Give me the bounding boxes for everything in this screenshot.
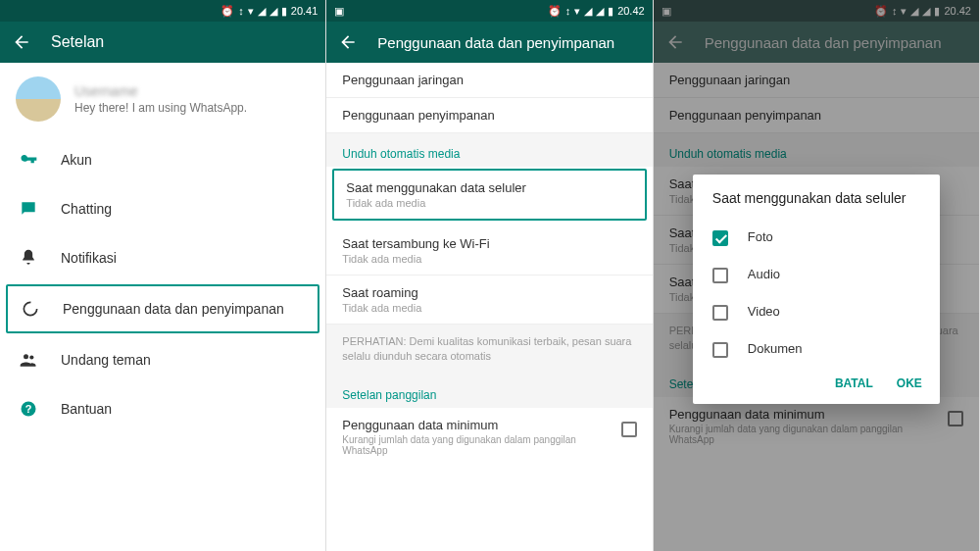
checkbox[interactable] [712, 230, 728, 246]
list-row[interactable]: Saat menggunakan data selulerTidak ada m… [332, 169, 646, 221]
option-label: Audio [748, 267, 780, 281]
row-sub: Tidak ada media [346, 197, 632, 209]
signal-icon: ◢ [584, 5, 592, 18]
svg-point-1 [24, 354, 28, 359]
dialog-option[interactable]: Dokumen [693, 329, 940, 367]
option-label: Dokumen [748, 341, 803, 356]
help-icon: ? [18, 398, 39, 420]
status-time: 20.41 [291, 5, 318, 17]
sync-icon: ↕ [565, 5, 571, 17]
avatar [16, 76, 61, 122]
appbar: Setelan [0, 22, 325, 63]
data-icon [20, 298, 41, 320]
settings-content: Username Hey there! I am using WhatsApp.… [0, 63, 325, 551]
row-sub: Tidak ada media [342, 302, 636, 314]
dialog-cancel-button[interactable]: BATAL [835, 376, 873, 390]
menu-item-chat[interactable]: Chatting [0, 184, 325, 233]
menu-item-friends[interactable]: Undang teman [0, 335, 325, 384]
signal-icon: ◢ [258, 5, 266, 18]
list-row[interactable]: Saat tersambung ke Wi-FiTidak ada media [326, 226, 652, 276]
menu-label: Notifikasi [61, 250, 117, 266]
menu-label: Bantuan [61, 401, 112, 417]
low-data-checkbox[interactable] [621, 422, 637, 437]
profile-name: Username [74, 83, 247, 99]
voice-note-warning: PERHATIAN: Demi kualitas komunikasi terb… [326, 325, 652, 375]
row-title: Penggunaan jaringan [342, 73, 636, 87]
dialog-title: Saat menggunakan data seluler [693, 190, 940, 218]
menu-item-bell[interactable]: Notifikasi [0, 233, 325, 282]
dialog-ok-button[interactable]: OKE [897, 376, 922, 390]
menu-label: Akun [61, 152, 92, 168]
low-data-sub: Kurangi jumlah data yang digunakan dalam… [342, 434, 587, 456]
wifi-icon: ▾ [574, 5, 580, 18]
appbar: Penggunaan data dan penyimpanan [326, 22, 652, 63]
menu-label: Chatting [61, 201, 112, 217]
screen-settings: ⏰ ↕ ▾ ◢ ◢ ▮ 20.41 Setelan Username Hey t… [0, 0, 326, 551]
battery-icon: ▮ [608, 5, 613, 18]
bell-icon [18, 247, 39, 269]
wifi-icon: ▾ [248, 5, 254, 18]
profile-row[interactable]: Username Hey there! I am using WhatsApp. [0, 63, 325, 135]
statusbar: ▣ ⏰ ↕ ▾ ◢ ◢ ▮ 20.42 [326, 0, 652, 22]
low-data-title: Penggunaan data minimum [342, 418, 587, 432]
row-title: Penggunaan penyimpanan [342, 108, 636, 123]
checkbox[interactable] [712, 342, 728, 358]
row-sub: Tidak ada media [342, 253, 636, 265]
media-dialog: Saat menggunakan data seluler FotoAudioV… [693, 175, 940, 404]
friends-icon [18, 349, 39, 371]
svg-text:?: ? [25, 403, 32, 415]
screen-data-usage: ▣ ⏰ ↕ ▾ ◢ ◢ ▮ 20.42 Penggunaan data dan … [326, 0, 653, 551]
option-label: Foto [748, 229, 773, 244]
dialog-option[interactable]: Foto [693, 218, 940, 255]
profile-status: Hey there! I am using WhatsApp. [74, 101, 247, 115]
menu-label: Penggunaan data dan penyimpanan [63, 301, 284, 317]
svg-point-2 [29, 355, 33, 359]
data-usage-content: Penggunaan jaringanPenggunaan penyimpana… [326, 63, 652, 551]
chat-icon [18, 198, 39, 220]
menu-item-help[interactable]: ?Bantuan [0, 384, 325, 433]
statusbar: ⏰ ↕ ▾ ◢ ◢ ▮ 20.41 [0, 0, 325, 22]
row-title: Saat menggunakan data seluler [346, 180, 632, 195]
screen-dialog: ▣ ⏰ ↕ ▾ ◢ ◢ ▮ 20.42 Penggunaan data dan … [654, 0, 980, 551]
row-title: Saat roaming [342, 285, 636, 300]
dialog-option[interactable]: Audio [693, 255, 940, 292]
menu-item-key[interactable]: Akun [0, 135, 325, 184]
menu-item-data[interactable]: Penggunaan data dan penyimpanan [6, 284, 319, 333]
image-icon: ▣ [334, 5, 344, 18]
back-arrow-icon[interactable] [12, 32, 31, 52]
list-row[interactable]: Penggunaan penyimpanan [326, 98, 652, 133]
alarm-icon: ⏰ [548, 5, 562, 18]
option-label: Video [748, 304, 780, 319]
battery-icon: ▮ [281, 5, 287, 18]
signal-icon: ◢ [270, 5, 277, 18]
appbar-title: Penggunaan data dan penyimpanan [377, 34, 614, 51]
settings-menu: AkunChattingNotifikasiPenggunaan data da… [0, 135, 325, 433]
sync-icon: ↕ [238, 5, 244, 17]
status-time: 20.42 [617, 5, 645, 17]
checkbox[interactable] [712, 268, 728, 283]
appbar-title: Setelan [51, 33, 104, 51]
list-row[interactable]: Saat roamingTidak ada media [326, 276, 652, 325]
alarm-icon: ⏰ [220, 5, 234, 18]
signal-icon: ◢ [596, 5, 604, 18]
section-auto-download: Unduh otomatis media [326, 133, 652, 167]
checkbox[interactable] [712, 305, 728, 321]
low-data-row[interactable]: Penggunaan data minimum Kurangi jumlah d… [326, 408, 652, 466]
dialog-option[interactable]: Video [693, 292, 940, 329]
list-row[interactable]: Penggunaan jaringan [326, 63, 652, 98]
key-icon [18, 149, 39, 171]
section-call-settings: Setelan panggilan [326, 375, 652, 408]
menu-label: Undang teman [61, 352, 151, 368]
back-arrow-icon[interactable] [338, 32, 358, 52]
row-title: Saat tersambung ke Wi-Fi [342, 236, 636, 251]
svg-point-0 [24, 302, 36, 315]
